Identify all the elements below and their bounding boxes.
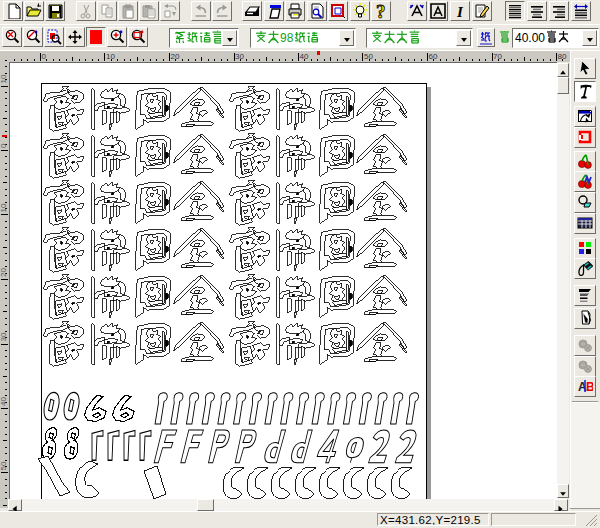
svg-text:50: 50: [0, 461, 8, 470]
svg-text:40.00: 40.00: [515, 31, 545, 45]
svg-text:20: 20: [171, 52, 180, 61]
svg-text:0: 0: [0, 143, 8, 148]
svg-text:30: 30: [0, 332, 8, 341]
svg-text:B: B: [586, 380, 593, 394]
svg-text:50: 50: [364, 52, 373, 61]
svg-text:80: 80: [558, 52, 567, 61]
svg-text:20: 20: [0, 268, 8, 277]
svg-text:10: 10: [0, 74, 8, 83]
svg-text:40: 40: [300, 52, 309, 61]
svg-text:70: 70: [493, 52, 502, 61]
svg-text:60: 60: [429, 52, 438, 61]
svg-text:30: 30: [235, 52, 244, 61]
svg-text:10: 10: [106, 52, 115, 61]
svg-text:10: 10: [0, 203, 8, 212]
svg-text:?: ?: [376, 3, 386, 19]
svg-text:0: 0: [42, 52, 47, 61]
svg-text:I: I: [456, 4, 464, 19]
svg-text:98: 98: [280, 31, 294, 45]
svg-text:40: 40: [0, 397, 8, 406]
